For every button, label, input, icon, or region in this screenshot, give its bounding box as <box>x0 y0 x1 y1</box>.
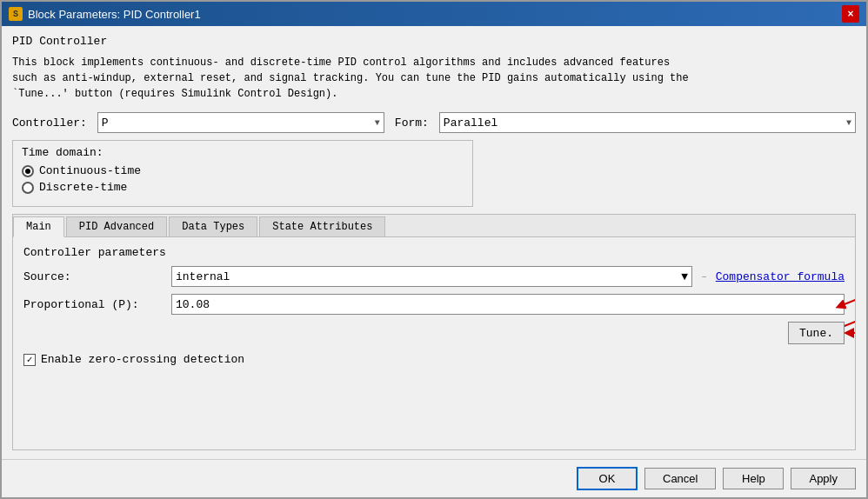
discrete-time-option[interactable]: Discrete-time <box>22 181 464 194</box>
title-bar: S Block Parameters: PID Controller1 × <box>2 2 866 26</box>
form-dropdown-arrow: ▼ <box>846 118 851 128</box>
time-domain-label: Time domain: <box>22 146 464 159</box>
cancel-button[interactable]: Cancel <box>644 468 716 489</box>
controller-params-title: Controller parameters <box>23 246 845 259</box>
close-button[interactable]: × <box>842 5 859 23</box>
proportional-input[interactable] <box>171 294 845 315</box>
form-label: Form: <box>395 116 429 130</box>
dialog-content: PID Controller This block implements con… <box>2 26 866 459</box>
compensator-formula-link[interactable]: Compensator formula <box>716 270 845 283</box>
form-value: Parallel <box>444 116 497 130</box>
controller-dropdown-arrow: ▼ <box>375 118 380 128</box>
tab-state-attributes[interactable]: State Attributes <box>259 216 385 236</box>
title-bar-left: S Block Parameters: PID Controller1 <box>9 7 201 21</box>
controller-value: P <box>102 116 109 130</box>
tabs-section: Main PID Advanced Data Types State Attri… <box>12 214 856 450</box>
source-dropdown[interactable]: internal ▼ <box>171 266 692 287</box>
tabs-bar: Main PID Advanced Data Types State Attri… <box>13 215 855 237</box>
proportional-row: Proportional (P): 1 2 P <box>23 294 845 315</box>
source-row: Source: internal ▼ – Compensator formula <box>23 266 845 287</box>
help-button[interactable]: Help <box>723 468 784 489</box>
dialog-window: S Block Parameters: PID Controller1 × PI… <box>0 0 868 499</box>
time-domain-section: Time domain: Continuous-time Discrete-ti… <box>12 140 473 207</box>
form-dropdown[interactable]: Parallel ▼ <box>439 112 856 133</box>
block-name: PID Controller <box>12 35 856 48</box>
controller-label: Controller: <box>12 116 87 130</box>
discrete-time-label: Discrete-time <box>39 181 127 194</box>
zero-crossing-label: Enable zero-crossing detection <box>41 353 244 366</box>
apply-button[interactable]: Apply <box>791 468 856 489</box>
compensator-minimize-icon: – <box>701 271 707 282</box>
continuous-time-label: Continuous-time <box>39 164 141 177</box>
tune-row: Tune. <box>23 322 845 344</box>
controller-dropdown[interactable]: P ▼ <box>97 112 384 133</box>
zero-crossing-row[interactable]: Enable zero-crossing detection <box>23 353 845 366</box>
tab-data-types[interactable]: Data Types <box>169 216 257 236</box>
continuous-time-radio[interactable] <box>22 165 34 177</box>
simulink-icon: S <box>9 7 23 21</box>
continuous-time-option[interactable]: Continuous-time <box>22 164 464 177</box>
bottom-bar: OK Cancel Help Apply <box>2 459 866 497</box>
dialog-title: Block Parameters: PID Controller1 <box>28 8 201 21</box>
source-dropdown-arrow: ▼ <box>681 270 688 283</box>
discrete-time-radio[interactable] <box>22 182 34 194</box>
tab-main-content: Controller parameters Source: internal ▼… <box>13 237 855 449</box>
description-text: This block implements continuous- and di… <box>12 55 856 102</box>
source-label: Source: <box>23 270 163 283</box>
proportional-label: Proportional (P): <box>23 298 163 311</box>
tab-main[interactable]: Main <box>13 216 64 237</box>
ok-button[interactable]: OK <box>577 467 638 490</box>
controller-row: Controller: P ▼ Form: Parallel ▼ <box>12 112 856 133</box>
tune-button[interactable]: Tune. <box>788 322 845 344</box>
source-value: internal <box>176 270 230 283</box>
zero-crossing-checkbox[interactable] <box>23 354 36 366</box>
tab-pid-advanced[interactable]: PID Advanced <box>66 216 167 236</box>
